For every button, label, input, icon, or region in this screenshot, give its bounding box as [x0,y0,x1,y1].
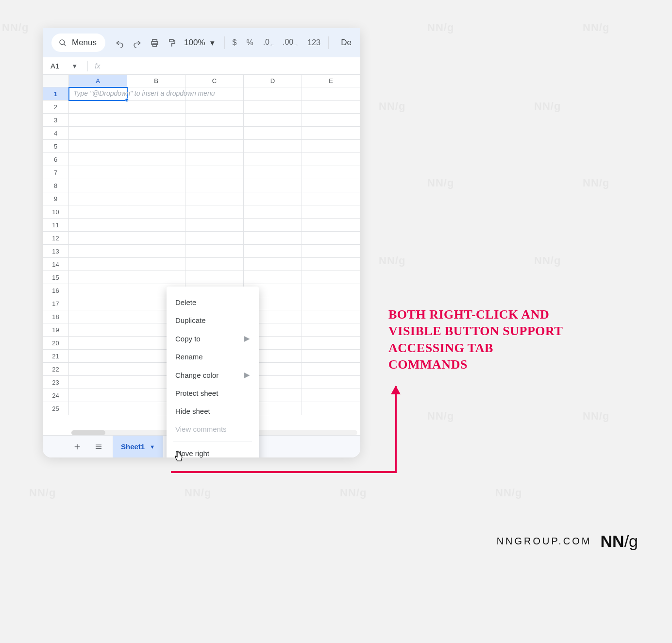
context-menu-item[interactable]: Duplicate [167,311,259,329]
row-header[interactable]: 4 [43,127,69,140]
cell[interactable] [302,363,360,376]
cell[interactable] [244,245,302,258]
cell[interactable] [244,232,302,245]
cell[interactable] [69,389,127,402]
row-header[interactable]: 23 [43,376,69,389]
column-header[interactable]: C [185,75,244,87]
cell[interactable] [69,376,127,389]
cell[interactable] [127,245,185,258]
cell[interactable] [185,140,244,153]
context-menu-item[interactable]: Rename [167,348,259,366]
menus-search[interactable]: Menus [51,34,105,52]
row-header[interactable]: 19 [43,323,69,337]
cell[interactable] [127,219,185,232]
row-header[interactable]: 5 [43,140,69,153]
cell[interactable] [302,179,360,192]
cell[interactable] [302,245,360,258]
add-sheet-button[interactable] [70,440,84,454]
cell[interactable] [302,101,360,114]
cell[interactable] [302,205,360,219]
row-header[interactable]: 18 [43,310,69,323]
cell[interactable] [244,166,302,179]
all-sheets-button[interactable] [91,440,106,454]
cell[interactable] [302,310,360,323]
cell[interactable] [244,205,302,219]
row-header[interactable]: 10 [43,205,69,219]
cell[interactable] [244,87,302,101]
row-header[interactable]: 22 [43,363,69,376]
cell[interactable] [302,153,360,166]
cell[interactable] [185,219,244,232]
currency-format-button[interactable]: $ [233,38,237,47]
context-menu-item[interactable]: Copy to▶ [167,329,259,348]
row-header[interactable]: 11 [43,219,69,232]
cell[interactable] [69,166,127,179]
cell[interactable] [302,140,360,153]
cell[interactable] [127,166,185,179]
cell[interactable] [185,245,244,258]
name-box[interactable]: A1 ▾ [50,62,77,70]
cell[interactable] [302,192,360,205]
scrollbar-thumb[interactable] [71,430,105,435]
cell[interactable] [127,140,185,153]
cell[interactable] [127,179,185,192]
cell[interactable] [69,192,127,205]
row-header[interactable]: 8 [43,179,69,192]
cell[interactable] [69,363,127,376]
cell[interactable] [127,205,185,219]
context-menu-item[interactable]: Delete [167,293,259,311]
sheet-tab-active[interactable]: Sheet1 ▼ [113,436,163,458]
cell[interactable] [185,179,244,192]
increase-decimals-button[interactable]: .00→ [283,38,299,48]
cell[interactable] [302,284,360,297]
cell[interactable] [302,271,360,284]
cell[interactable] [127,258,185,271]
cell[interactable] [244,140,302,153]
row-header[interactable]: 7 [43,166,69,179]
cell[interactable] [69,271,127,284]
cell[interactable] [302,258,360,271]
cell[interactable] [127,114,185,127]
cell[interactable] [244,258,302,271]
cell[interactable] [302,402,360,415]
number-format-button[interactable]: 123 [307,38,320,47]
cell[interactable] [69,284,127,297]
row-header[interactable]: 17 [43,297,69,310]
cell[interactable] [244,219,302,232]
cell[interactable] [302,337,360,350]
cell[interactable] [302,297,360,310]
cell[interactable] [185,166,244,179]
cell[interactable] [69,323,127,337]
cell[interactable] [69,297,127,310]
cell[interactable] [69,310,127,323]
row-header[interactable]: 2 [43,101,69,114]
row-header[interactable]: 21 [43,350,69,363]
row-header[interactable]: 16 [43,284,69,297]
row-header[interactable]: 6 [43,153,69,166]
column-header[interactable]: D [244,75,302,87]
cell[interactable] [69,114,127,127]
row-header[interactable]: 12 [43,232,69,245]
cell[interactable] [244,153,302,166]
row-header[interactable]: 3 [43,114,69,127]
redo-button[interactable] [130,34,144,51]
cell[interactable] [69,337,127,350]
cell[interactable] [185,205,244,219]
cell[interactable] [69,153,127,166]
cell[interactable] [127,101,185,114]
row-header[interactable]: 25 [43,402,69,415]
cell[interactable] [244,179,302,192]
cell[interactable] [185,271,244,284]
cell[interactable] [302,127,360,140]
select-all-corner[interactable] [43,75,69,87]
cell[interactable] [302,166,360,179]
cell[interactable] [302,389,360,402]
cell[interactable] [185,127,244,140]
cell[interactable] [127,271,185,284]
column-header[interactable]: B [127,75,185,87]
cell[interactable] [127,232,185,245]
context-menu-item[interactable]: Hide sheet [167,402,259,420]
column-header[interactable]: A [69,75,127,87]
cell[interactable] [69,402,127,415]
row-header[interactable]: 24 [43,389,69,402]
